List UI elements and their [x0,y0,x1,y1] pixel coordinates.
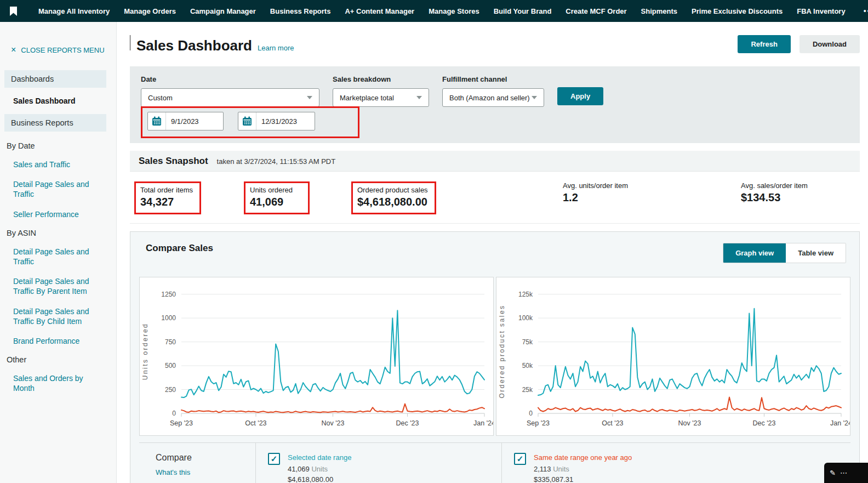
date-range-select[interactable]: Custom [141,88,319,107]
ordered-product-sales-chart-svg: 025k50k75k100k125kSep '23Oct '23Nov '23D… [496,277,850,435]
compare-sales-title: Compare Sales [139,243,213,254]
calendar-icon[interactable] [148,112,166,130]
units-ordered-chart-svg: 025050075010001250Sep '23Oct '23Nov '23D… [140,277,493,435]
nav-item-a-plus-content-manager[interactable]: A+ Content Manager [338,7,421,15]
metric-avg-units-order-item: Avg. units/order item 1.2 [563,177,741,214]
legend-units-value: 2,113 [534,465,551,473]
svg-text:Nov '23: Nov '23 [322,419,345,427]
sidebar-group-by-date: By Date [0,137,116,155]
start-date-field[interactable] [147,112,224,130]
date-inputs-annotation-box [141,106,359,138]
nav-item-manage-stores[interactable]: Manage Stores [421,7,486,15]
svg-text:500: 500 [165,362,176,370]
date-filter-label: Date [141,75,319,83]
sidebar-item-seller-performance[interactable]: Seller Performance [0,204,116,224]
nav-item-manage-orders[interactable]: Manage Orders [117,7,183,15]
legend-amount: $335,087.31 [534,475,632,483]
main-content: Sales Dashboard Learn more Refresh Downl… [117,22,868,483]
svg-text:25k: 25k [522,386,533,394]
svg-text:Sep '23: Sep '23 [527,419,550,427]
fulfillment-channel-label: Fulfillment channel [442,75,544,83]
feedback-widget[interactable]: ✎ ⋯ [824,463,868,483]
pencil-icon: ✎ [830,469,836,477]
page-title: Sales Dashboard [136,37,252,54]
apply-button[interactable]: Apply [557,87,603,105]
view-toggle: Graph view Table view [723,243,846,263]
whats-this-link[interactable]: What's this [156,468,255,476]
sidebar-header-dashboards: Dashboards [4,70,106,88]
top-navigation-bar: Manage All Inventory Manage Orders Campa… [0,0,868,22]
download-button[interactable]: Download [800,35,860,53]
sales-breakdown-value: Marketplace total [340,94,394,102]
nav-item-campaign-manager[interactable]: Campaign Manager [183,7,263,15]
learn-more-link[interactable]: Learn more [258,44,294,52]
metric-ordered-product-sales: Ordered product sales $4,618,080.00 [351,177,563,214]
sidebar-menu: Dashboards Sales Dashboard Business Repo… [0,70,116,398]
sidebar-header-business-reports: Business Reports [4,114,106,132]
legend-title: Same date range one year ago [534,453,632,463]
sidebar-item-detail-page-sales-traffic-bydate[interactable]: Detail Page Sales and Traffic [0,174,116,204]
nav-item-build-your-brand[interactable]: Build Your Brand [487,7,559,15]
metric-avg-sales-order-item: Avg. sales/order item $134.53 [741,177,808,214]
svg-text:Ordered product sales: Ordered product sales [498,304,506,398]
svg-text:75k: 75k [522,338,533,346]
bookmark-icon[interactable] [10,7,17,16]
selected-range-checkbox[interactable]: ✓ [268,453,280,465]
nav-item-manage-all-inventory[interactable]: Manage All Inventory [31,7,117,15]
svg-text:Dec '23: Dec '23 [752,419,775,427]
nav-item-create-mcf-order[interactable]: Create MCF Order [558,7,633,15]
text-cursor [130,35,130,50]
fulfillment-channel-value: Both (Amazon and seller) [449,94,530,102]
svg-text:100k: 100k [518,314,533,322]
sidebar-item-detail-page-sales-traffic-parent[interactable]: Detail Page Sales and Traffic By Parent … [0,271,116,301]
metric-annotation-box: Total order items 34,327 [134,181,201,214]
fulfillment-channel-select[interactable]: Both (Amazon and seller) [442,88,544,107]
legend-units-value: 41,069 [288,465,310,473]
nav-item-business-reports[interactable]: Business Reports [263,7,338,15]
sales-snapshot-section: Sales Snapshot taken at 3/27/2024, 11:15… [130,151,860,224]
close-reports-menu[interactable]: × CLOSE REPORTS MENU [0,45,116,55]
end-date-input[interactable] [256,117,306,126]
sales-snapshot-title: Sales Snapshot [139,156,208,167]
nav-item-fba-inventory[interactable]: FBA Inventory [790,7,852,15]
metric-annotation-box: Units ordered 41,069 [244,181,310,214]
svg-text:1250: 1250 [161,291,176,298]
sales-breakdown-label: Sales breakdown [333,75,429,83]
graph-view-tab[interactable]: Graph view [723,243,786,263]
sidebar-item-sales-and-traffic[interactable]: Sales and Traffic [0,155,116,174]
sidebar-item-detail-page-sales-traffic-child[interactable]: Detail Page Sales and Traffic By Child I… [0,302,116,331]
calendar-icon[interactable] [238,112,256,130]
chevron-down-icon [532,96,537,99]
nav-item-prime-exclusive-discounts[interactable]: Prime Exclusive Discounts [684,7,790,15]
svg-text:Oct '23: Oct '23 [245,419,266,427]
sales-breakdown-select[interactable]: Marketplace total [333,88,429,107]
svg-text:Sep '23: Sep '23 [170,419,193,427]
svg-text:Jan '24: Jan '24 [473,419,493,427]
nav-item-shipments[interactable]: Shipments [634,7,684,15]
nav-more-ellipsis-icon[interactable]: ••• [853,7,868,15]
table-view-tab[interactable]: Table view [786,243,846,263]
date-range-value: Custom [148,94,173,102]
legend-selected-date-range: ✓ Selected date range 41,069 Units $4,61… [256,453,501,483]
start-date-input[interactable] [166,117,215,126]
legend-units-suffix: Units [311,465,328,473]
legend-same-range-year-ago: ✓ Same date range one year ago 2,113 Uni… [502,453,747,483]
svg-text:Dec '23: Dec '23 [396,419,419,427]
sidebar-item-brand-performance[interactable]: Brand Performance [0,331,116,351]
legend-units-suffix: Units [553,465,569,473]
svg-text:125k: 125k [518,291,533,298]
ellipsis-icon: ⋯ [840,469,847,477]
sidebar-item-sales-and-orders-by-month[interactable]: Sales and Orders by Month [0,368,116,398]
svg-text:0: 0 [172,410,176,417]
sidebar-item-sales-dashboard[interactable]: Sales Dashboard [0,93,116,114]
reports-sidebar: × CLOSE REPORTS MENU Dashboards Sales Da… [0,22,117,483]
end-date-field[interactable] [238,112,315,130]
svg-text:250: 250 [165,386,176,394]
refresh-button[interactable]: Refresh [738,35,790,53]
units-ordered-chart: 025050075010001250Sep '23Oct '23Nov '23D… [139,277,494,436]
sidebar-item-detail-page-sales-traffic-byasin[interactable]: Detail Page Sales and Traffic [0,242,116,271]
chevron-down-icon [307,96,312,99]
year-ago-checkbox[interactable]: ✓ [514,453,526,465]
sidebar-group-by-asin: By ASIN [0,224,116,242]
compare-label: Compare [156,453,255,463]
